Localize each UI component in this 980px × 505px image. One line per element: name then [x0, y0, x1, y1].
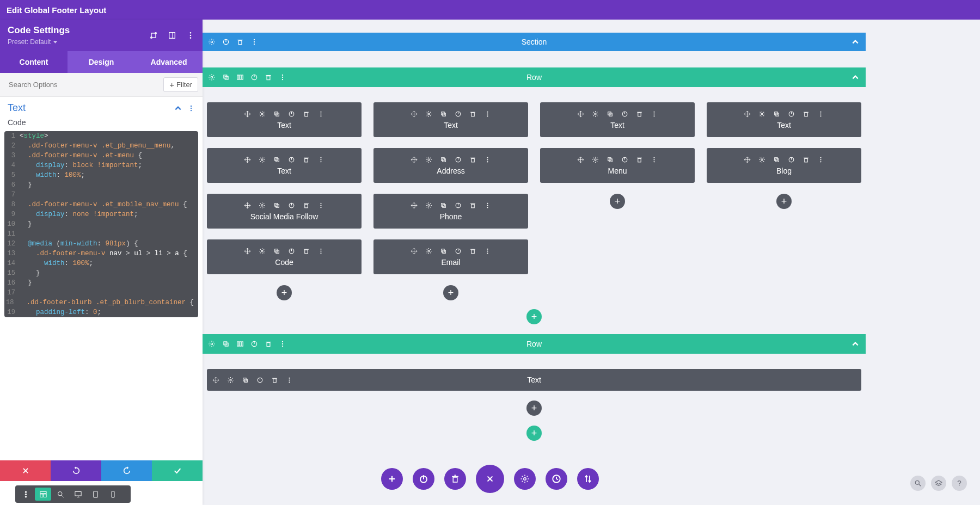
trash-icon[interactable] — [803, 110, 810, 118]
code-line[interactable]: 5 width: 100%; — [4, 170, 198, 180]
gear-icon[interactable] — [592, 156, 599, 163]
duplicate-icon[interactable] — [773, 156, 780, 163]
power-icon[interactable] — [621, 110, 628, 118]
power-icon[interactable] — [455, 248, 462, 255]
code-line[interactable]: 18 .dd-footer-blurb .et_pb_blurb_contain… — [4, 298, 198, 307]
gear-icon[interactable] — [425, 156, 432, 163]
view-wireframe-button[interactable] — [35, 488, 51, 501]
chevron-up-icon[interactable] — [852, 38, 859, 46]
columns-icon[interactable] — [236, 340, 244, 348]
duplicate-icon[interactable] — [440, 202, 447, 209]
gear-icon[interactable] — [259, 248, 266, 255]
module[interactable]: Text — [540, 102, 695, 137]
more-icon[interactable] — [317, 156, 324, 163]
gear-icon[interactable] — [758, 156, 765, 163]
more-icon[interactable] — [187, 104, 195, 112]
more-icon[interactable] — [484, 156, 491, 163]
section-header[interactable]: Text — [0, 97, 203, 116]
more-icon[interactable] — [484, 248, 491, 255]
move-icon[interactable] — [411, 202, 418, 209]
duplicate-icon[interactable] — [607, 156, 614, 163]
code-line[interactable]: 16 } — [4, 278, 198, 288]
module[interactable]: Address — [373, 148, 528, 183]
power-icon[interactable] — [621, 156, 628, 163]
code-line[interactable]: 14 width: 100%; — [4, 258, 198, 268]
gear-icon[interactable] — [425, 202, 432, 209]
code-line[interactable]: 3 .dd-footer-menu-v .et-menu { — [4, 151, 198, 161]
more-icon[interactable] — [484, 202, 491, 209]
search-help-button[interactable] — [910, 476, 926, 491]
code-line[interactable]: 10 } — [4, 219, 198, 229]
module[interactable]: Code — [207, 239, 362, 274]
power-icon[interactable] — [455, 110, 462, 118]
power-button[interactable] — [413, 468, 434, 490]
filter-button[interactable]: + Filter — [163, 77, 198, 92]
gear-icon[interactable] — [259, 156, 266, 163]
power-icon[interactable] — [788, 156, 795, 163]
code-line[interactable]: 7 — [4, 190, 198, 200]
trash-icon[interactable] — [303, 110, 310, 118]
trash-icon[interactable] — [303, 202, 310, 209]
trash-icon[interactable] — [265, 340, 272, 348]
chevron-up-icon[interactable] — [852, 73, 859, 81]
save-button[interactable] — [152, 460, 203, 481]
tab-advanced[interactable]: Advanced — [135, 51, 203, 73]
module[interactable]: Phone — [373, 194, 528, 229]
power-icon[interactable] — [288, 202, 295, 209]
view-tablet-button[interactable] — [87, 488, 103, 501]
move-icon[interactable] — [244, 110, 251, 118]
page-settings-button[interactable] — [514, 468, 536, 490]
add-module-button[interactable]: + — [443, 285, 458, 300]
code-line[interactable]: 4 display: block !important; — [4, 161, 198, 170]
trash-icon[interactable] — [469, 156, 476, 163]
module[interactable]: Text — [207, 148, 362, 183]
add-row-button[interactable]: + — [526, 426, 542, 441]
undo-button[interactable] — [51, 460, 101, 481]
power-icon[interactable] — [222, 38, 230, 46]
move-icon[interactable] — [244, 156, 251, 163]
move-icon[interactable] — [411, 248, 418, 255]
code-line[interactable]: 9 display: none !important; — [4, 210, 198, 219]
power-icon[interactable] — [288, 248, 295, 255]
more-icon[interactable] — [651, 156, 658, 163]
duplicate-icon[interactable] — [273, 110, 280, 118]
power-icon[interactable] — [455, 156, 462, 163]
code-line[interactable]: 19 padding-left: 0; — [4, 307, 198, 317]
gear-icon[interactable] — [208, 73, 216, 81]
more-icon[interactable] — [484, 110, 491, 118]
code-line[interactable]: 12 @media (min-width: 981px) { — [4, 239, 198, 249]
module[interactable]: Text — [373, 102, 528, 137]
trash-icon[interactable] — [636, 110, 643, 118]
more-icon[interactable] — [317, 202, 324, 209]
history-button[interactable] — [546, 468, 567, 490]
power-icon[interactable] — [788, 110, 795, 118]
code-line[interactable]: 8 .dd-footer-menu-v .et_mobile_nav_menu … — [4, 200, 198, 210]
power-icon[interactable] — [288, 156, 295, 163]
duplicate-icon[interactable] — [273, 202, 280, 209]
trash-icon[interactable] — [469, 202, 476, 209]
trash-icon[interactable] — [469, 110, 476, 118]
duplicate-icon[interactable] — [773, 110, 780, 118]
module[interactable]: Social Media Follow — [207, 194, 362, 229]
layers-button[interactable] — [931, 476, 946, 491]
add-row-button[interactable]: + — [526, 309, 542, 324]
move-icon[interactable] — [744, 156, 751, 163]
code-line[interactable]: 11 — [4, 229, 198, 239]
more-icon[interactable] — [279, 73, 286, 81]
more-icon[interactable] — [317, 248, 324, 255]
code-line[interactable]: 1<style> — [4, 131, 198, 141]
trash-icon[interactable] — [236, 38, 244, 46]
module[interactable]: Email — [373, 239, 528, 274]
duplicate-icon[interactable] — [440, 248, 447, 255]
search-input[interactable] — [4, 77, 163, 92]
more-icon[interactable] — [817, 110, 824, 118]
duplicate-icon[interactable] — [440, 110, 447, 118]
code-line[interactable]: 17 — [4, 288, 198, 298]
tab-content[interactable]: Content — [0, 51, 68, 73]
more-icon[interactable] — [817, 156, 824, 163]
gear-icon[interactable] — [425, 248, 432, 255]
redo-button[interactable] — [101, 460, 152, 481]
add-module-button[interactable]: + — [610, 194, 625, 209]
chevron-up-icon[interactable] — [852, 340, 859, 348]
trash-icon[interactable] — [303, 156, 310, 163]
